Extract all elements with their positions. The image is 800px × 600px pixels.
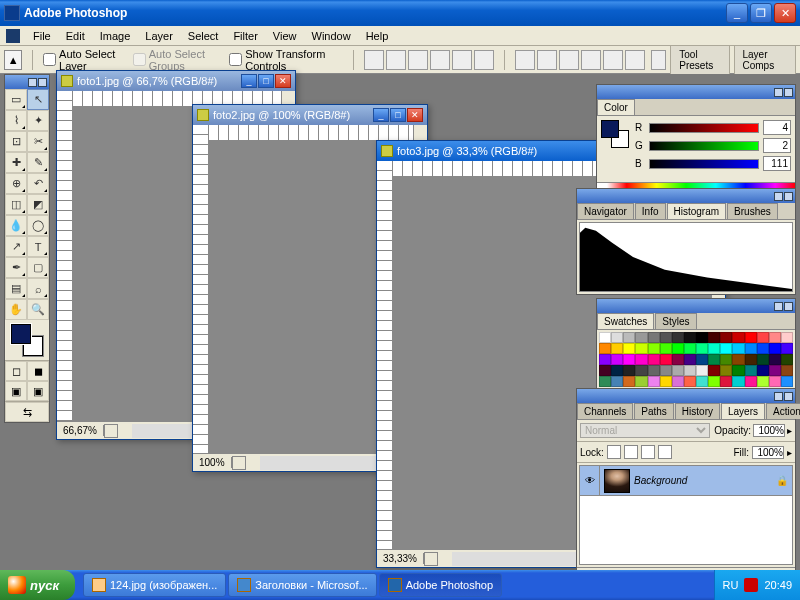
swatch-cell[interactable]	[720, 343, 732, 354]
color-swatch-pair[interactable]	[601, 120, 629, 148]
swatch-cell[interactable]	[635, 332, 647, 343]
visibility-icon[interactable]: 👁	[580, 466, 600, 495]
doc-close-button[interactable]: ✕	[407, 108, 423, 122]
swatch-cell[interactable]	[635, 376, 647, 387]
standard-mode-icon[interactable]: ◻	[5, 361, 27, 381]
swatch-cell[interactable]	[660, 332, 672, 343]
maximize-button[interactable]: ❐	[750, 3, 772, 23]
swatch-cell[interactable]	[599, 343, 611, 354]
tool-presets-tab[interactable]: Tool Presets	[670, 45, 729, 75]
lock-all-icon[interactable]	[658, 445, 672, 459]
minimize-button[interactable]: _	[726, 3, 748, 23]
screen-mode-2-icon[interactable]: ▣	[27, 381, 49, 401]
swatch-cell[interactable]	[660, 343, 672, 354]
tray-icon[interactable]	[744, 578, 758, 592]
align-vcenter-icon[interactable]	[386, 50, 406, 70]
eyedropper-tool[interactable]: ⌕	[27, 278, 49, 299]
menu-file[interactable]: File	[27, 28, 57, 44]
swatch-cell[interactable]	[672, 343, 684, 354]
align-hcenter-icon[interactable]	[452, 50, 472, 70]
swatch-cell[interactable]	[623, 332, 635, 343]
pen-tool[interactable]: ✒	[5, 257, 27, 278]
swatch-cell[interactable]	[684, 365, 696, 376]
distribute-icon[interactable]	[537, 50, 557, 70]
swatch-cell[interactable]	[672, 365, 684, 376]
swatch-cell[interactable]	[720, 376, 732, 387]
b-value[interactable]: 111	[763, 156, 791, 171]
scroll-left-icon[interactable]	[232, 456, 246, 470]
lock-transparent-icon[interactable]	[607, 445, 621, 459]
panel-min-icon[interactable]	[774, 88, 783, 97]
tab-navigator[interactable]: Navigator	[577, 203, 634, 219]
distribute-icon[interactable]	[581, 50, 601, 70]
doc-min-button[interactable]: _	[241, 74, 257, 88]
swatch-cell[interactable]	[708, 365, 720, 376]
panel-close-icon[interactable]	[784, 392, 793, 401]
swatch-cell[interactable]	[769, 332, 781, 343]
menu-image[interactable]: Image	[94, 28, 137, 44]
panel-titlebar[interactable]	[597, 299, 795, 313]
auto-select-groups-checkbox[interactable]: Auto Select Groups	[133, 48, 224, 72]
swatch-cell[interactable]	[648, 332, 660, 343]
swatch-cell[interactable]	[732, 332, 744, 343]
b-slider[interactable]	[649, 159, 759, 169]
swatch-cell[interactable]	[635, 354, 647, 365]
stamp-tool[interactable]: ⊕	[5, 173, 27, 194]
panel-titlebar[interactable]	[577, 389, 795, 403]
tab-styles[interactable]: Styles	[655, 313, 696, 329]
tab-layers[interactable]: Layers	[721, 403, 765, 419]
close-button[interactable]: ✕	[774, 3, 796, 23]
align-left-icon[interactable]	[430, 50, 450, 70]
swatch-cell[interactable]	[623, 365, 635, 376]
swatch-cell[interactable]	[745, 354, 757, 365]
start-button[interactable]: пуск	[0, 570, 75, 600]
doc-titlebar[interactable]: foto2.jpg @ 100% (RGB/8#) _□✕	[193, 105, 427, 125]
swatch-cell[interactable]	[660, 365, 672, 376]
foreground-color[interactable]	[11, 324, 31, 344]
swatch-cell[interactable]	[648, 365, 660, 376]
screen-mode-1-icon[interactable]: ▣	[5, 381, 27, 401]
panel-close-icon[interactable]	[784, 302, 793, 311]
panel-close-icon[interactable]	[784, 88, 793, 97]
swatch-cell[interactable]	[708, 354, 720, 365]
dodge-tool[interactable]: ◯	[27, 215, 49, 236]
notes-tool[interactable]: ▤	[5, 278, 27, 299]
distribute-icon[interactable]	[625, 50, 645, 70]
swatch-cell[interactable]	[757, 332, 769, 343]
tab-actions[interactable]: Actions	[766, 403, 800, 419]
lock-pixels-icon[interactable]	[624, 445, 638, 459]
palette-well-icon[interactable]	[651, 50, 666, 70]
swatch-cell[interactable]	[648, 376, 660, 387]
shape-tool[interactable]: ▢	[27, 257, 49, 278]
tab-swatches[interactable]: Swatches	[597, 313, 654, 329]
brush-tool[interactable]: ✎	[27, 152, 49, 173]
swatch-cell[interactable]	[708, 343, 720, 354]
swatch-cell[interactable]	[684, 332, 696, 343]
panel-min-icon[interactable]	[774, 192, 783, 201]
swatch-cell[interactable]	[745, 376, 757, 387]
swatch-cell[interactable]	[599, 354, 611, 365]
g-slider[interactable]	[649, 141, 759, 151]
swatch-cell[interactable]	[696, 376, 708, 387]
swatch-cell[interactable]	[599, 332, 611, 343]
zoom-field[interactable]: 33,33%	[377, 553, 424, 564]
layer-name[interactable]: Background	[634, 475, 776, 486]
swatch-cell[interactable]	[781, 343, 793, 354]
doc-min-button[interactable]: _	[373, 108, 389, 122]
swatch-grid[interactable]	[597, 330, 795, 389]
panel-close-icon[interactable]	[784, 192, 793, 201]
slice-tool[interactable]: ✂	[27, 131, 49, 152]
tab-paths[interactable]: Paths	[634, 403, 674, 419]
swatch-cell[interactable]	[757, 354, 769, 365]
lock-position-icon[interactable]	[641, 445, 655, 459]
menu-help[interactable]: Help	[360, 28, 395, 44]
menu-window[interactable]: Window	[306, 28, 357, 44]
swatch-cell[interactable]	[599, 365, 611, 376]
swatch-cell[interactable]	[696, 354, 708, 365]
swatch-cell[interactable]	[635, 365, 647, 376]
swatch-cell[interactable]	[769, 343, 781, 354]
clock[interactable]: 20:49	[764, 579, 792, 591]
swatch-cell[interactable]	[781, 376, 793, 387]
swatch-cell[interactable]	[708, 332, 720, 343]
swatch-cell[interactable]	[732, 376, 744, 387]
